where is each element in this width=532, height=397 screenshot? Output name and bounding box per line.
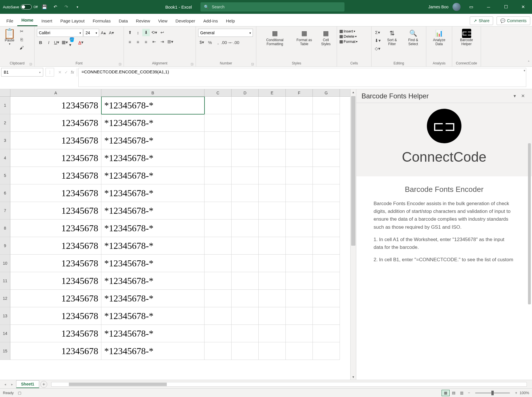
zoom-level[interactable]: 100% bbox=[520, 391, 529, 395]
cell[interactable] bbox=[313, 114, 340, 132]
cell[interactable] bbox=[232, 202, 259, 220]
cell[interactable] bbox=[232, 97, 259, 114]
cell[interactable] bbox=[259, 114, 286, 132]
cell[interactable]: *12345678-* bbox=[101, 202, 205, 220]
cell[interactable] bbox=[286, 325, 313, 342]
cell[interactable] bbox=[205, 255, 232, 272]
grow-font-icon[interactable]: A▴ bbox=[100, 29, 107, 37]
cell[interactable]: *12345678-* bbox=[101, 307, 205, 325]
scroll-up-icon[interactable]: ▲ bbox=[351, 89, 356, 95]
cell[interactable] bbox=[313, 255, 340, 272]
align-left-icon[interactable]: ≡ bbox=[126, 38, 134, 45]
launcher-icon[interactable]: ◲ bbox=[191, 62, 193, 66]
name-box[interactable]: B1 ▾ bbox=[1, 68, 43, 77]
cell[interactable] bbox=[259, 97, 286, 114]
autosum-icon[interactable]: Σ▾ bbox=[374, 29, 381, 36]
cell[interactable]: *12345678-* bbox=[101, 255, 205, 272]
cell[interactable] bbox=[259, 325, 286, 342]
cell[interactable] bbox=[313, 132, 340, 149]
cell[interactable] bbox=[286, 132, 313, 149]
row-header[interactable]: 14 bbox=[0, 325, 10, 342]
cell[interactable] bbox=[232, 149, 259, 167]
cell[interactable]: *12345678-* bbox=[101, 184, 205, 202]
cell[interactable]: 12345678 bbox=[10, 167, 101, 184]
tab-formulas[interactable]: Formulas bbox=[89, 16, 115, 26]
redo-icon[interactable]: ↷ bbox=[63, 3, 71, 11]
cell[interactable]: 12345678 bbox=[10, 97, 101, 114]
cell[interactable] bbox=[259, 255, 286, 272]
merge-icon[interactable]: ⊞▾ bbox=[166, 38, 174, 45]
borders-icon[interactable]: ▦▾ bbox=[61, 39, 69, 46]
zoom-out-icon[interactable]: − bbox=[468, 391, 470, 395]
qat-customize-icon[interactable]: ▾ bbox=[73, 3, 82, 11]
autosave-toggle[interactable]: AutoSave Off bbox=[3, 4, 38, 9]
taskpane-close-icon[interactable]: ✕ bbox=[519, 92, 527, 100]
font-color-icon[interactable]: A▾ bbox=[77, 39, 85, 46]
expand-formula-icon[interactable]: ▾ bbox=[524, 69, 525, 72]
barcode-helper-button[interactable]: ⊏⊐Barcode Helper bbox=[455, 28, 478, 47]
cell[interactable]: *12345678-* bbox=[101, 272, 205, 290]
cell[interactable] bbox=[232, 255, 259, 272]
cell[interactable] bbox=[259, 167, 286, 184]
tab-insert[interactable]: Insert bbox=[37, 16, 56, 26]
sort-filter-button[interactable]: ⇅Sort & Filter bbox=[383, 28, 402, 47]
cell[interactable] bbox=[286, 202, 313, 220]
horizontal-scrollbar[interactable] bbox=[51, 382, 527, 387]
maximize-icon[interactable]: ☐ bbox=[499, 1, 512, 13]
cell[interactable] bbox=[313, 184, 340, 202]
cell[interactable] bbox=[313, 237, 340, 255]
chevron-down-icon[interactable]: ▾ bbox=[39, 71, 41, 74]
cell[interactable] bbox=[313, 97, 340, 114]
cell[interactable] bbox=[259, 220, 286, 237]
col-header-a[interactable]: A bbox=[10, 89, 101, 96]
launcher-icon[interactable]: ◲ bbox=[119, 62, 121, 66]
cell[interactable] bbox=[313, 167, 340, 184]
cut-icon[interactable]: ✂ bbox=[18, 28, 25, 35]
middle-align-icon[interactable]: ↕ bbox=[134, 29, 142, 36]
cell[interactable]: 12345678 bbox=[10, 255, 101, 272]
row-header[interactable]: 9 bbox=[0, 237, 10, 255]
cell[interactable]: *12345678-* bbox=[101, 290, 205, 307]
tab-developer[interactable]: Developer bbox=[171, 16, 199, 26]
normal-view-icon[interactable]: ▦ bbox=[442, 390, 450, 396]
cell[interactable] bbox=[313, 149, 340, 167]
cell[interactable]: *12345678-* bbox=[101, 237, 205, 255]
cell[interactable] bbox=[286, 342, 313, 360]
cell[interactable] bbox=[313, 342, 340, 360]
cell[interactable] bbox=[205, 272, 232, 290]
cell[interactable] bbox=[232, 167, 259, 184]
cell[interactable] bbox=[232, 290, 259, 307]
align-right-icon[interactable]: ≡ bbox=[142, 38, 150, 45]
row-header[interactable]: 2 bbox=[0, 114, 10, 132]
row-header[interactable]: 15 bbox=[0, 342, 10, 360]
cell[interactable]: *12345678-* bbox=[101, 132, 205, 149]
zoom-slider[interactable] bbox=[475, 392, 510, 394]
cell[interactable] bbox=[259, 290, 286, 307]
tab-home[interactable]: Home bbox=[17, 15, 37, 26]
cell[interactable]: 12345678 bbox=[10, 290, 101, 307]
tab-addins[interactable]: Add-ins bbox=[199, 16, 222, 26]
cell[interactable] bbox=[232, 237, 259, 255]
cell[interactable]: *12345678-* bbox=[101, 325, 205, 342]
page-break-view-icon[interactable]: ▥ bbox=[458, 390, 466, 396]
spreadsheet-grid[interactable]: A B C D E F G 112345678*12345678-*212345… bbox=[0, 89, 356, 380]
col-header-f[interactable]: F bbox=[286, 89, 313, 96]
close-icon[interactable]: ✕ bbox=[516, 1, 530, 13]
row-header[interactable]: 10 bbox=[0, 255, 10, 272]
cell[interactable] bbox=[286, 149, 313, 167]
cell[interactable] bbox=[232, 325, 259, 342]
cell[interactable]: *12345678-* bbox=[101, 114, 205, 132]
cell[interactable] bbox=[313, 325, 340, 342]
save-icon[interactable]: 💾 bbox=[41, 3, 49, 11]
cell[interactable] bbox=[259, 307, 286, 325]
cell[interactable] bbox=[232, 114, 259, 132]
page-layout-view-icon[interactable]: ▤ bbox=[450, 390, 458, 396]
cell[interactable] bbox=[313, 290, 340, 307]
comments-button[interactable]: 💬Comments bbox=[497, 16, 530, 25]
cell[interactable] bbox=[205, 149, 232, 167]
scroll-down-icon[interactable]: ▼ bbox=[351, 374, 356, 380]
col-header-c[interactable]: C bbox=[205, 89, 232, 96]
currency-icon[interactable]: $▾ bbox=[198, 39, 206, 46]
decrease-decimal-icon[interactable]: ←.00 bbox=[230, 39, 238, 46]
cell[interactable] bbox=[205, 307, 232, 325]
